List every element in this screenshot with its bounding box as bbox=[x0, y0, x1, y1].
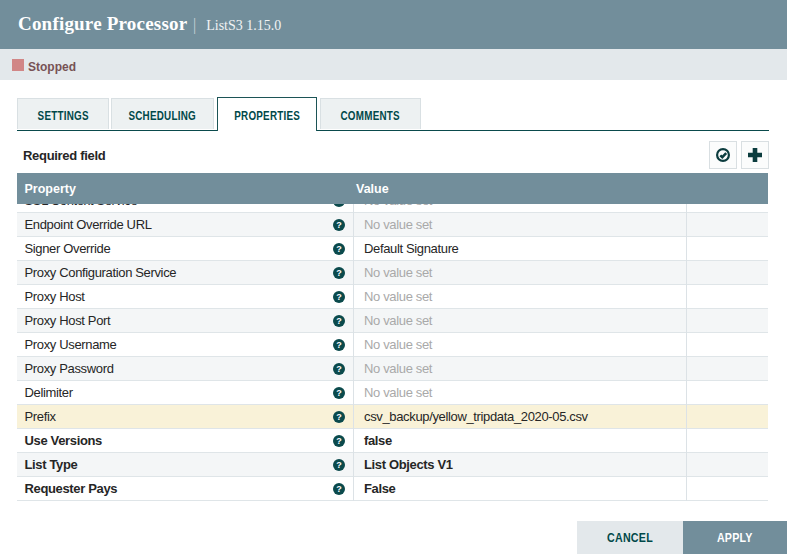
svg-text:?: ? bbox=[336, 484, 342, 494]
svg-text:?: ? bbox=[336, 244, 342, 254]
svg-text:?: ? bbox=[336, 364, 342, 374]
svg-text:?: ? bbox=[336, 436, 342, 446]
svg-text:?: ? bbox=[336, 388, 342, 398]
svg-text:?: ? bbox=[336, 292, 342, 302]
svg-text:?: ? bbox=[336, 460, 342, 470]
svg-text:?: ? bbox=[336, 340, 342, 350]
svg-text:?: ? bbox=[336, 268, 342, 278]
svg-text:?: ? bbox=[336, 204, 342, 206]
svg-text:?: ? bbox=[336, 412, 342, 422]
svg-text:?: ? bbox=[336, 220, 342, 230]
svg-text:?: ? bbox=[336, 316, 342, 326]
